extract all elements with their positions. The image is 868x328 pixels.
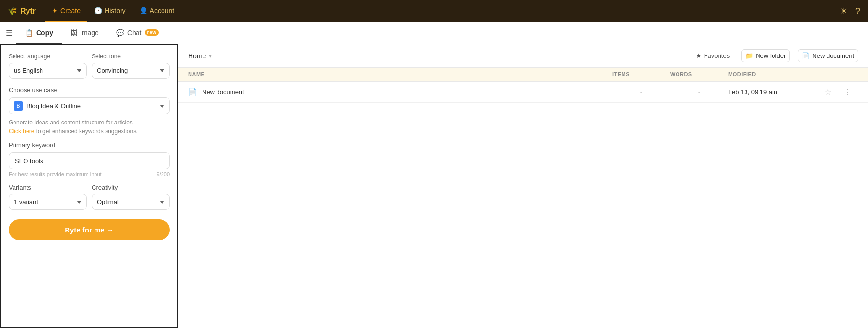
ryte-for-me-button[interactable]: Ryte for me →	[9, 219, 170, 240]
variants-select[interactable]: 1 variant 2 variants 3 variants	[9, 194, 87, 210]
creativity-label: Creativity	[92, 184, 170, 191]
sidebar: Select language us English uk English Fr…	[0, 44, 178, 328]
input-hint-row: For best results provide maximum input 9…	[9, 171, 170, 177]
theme-toggle-button[interactable]: ☀	[840, 6, 848, 16]
doc-modified: Feb 13, 09:19 am	[728, 88, 825, 96]
doc-more-button[interactable]: ⋮	[844, 87, 858, 96]
breadcrumb: Home ▾	[188, 52, 212, 60]
doc-file-icon: 📄	[188, 88, 197, 96]
doc-star-button[interactable]: ☆	[825, 87, 844, 96]
new-folder-label: New folder	[756, 52, 786, 59]
tab-copy[interactable]: 📋 Copy	[16, 22, 62, 44]
tone-label: Select tone	[92, 53, 170, 60]
star-icon: ★	[696, 52, 702, 59]
toolbar-right: ★ Favorites 📁 New folder 📄 New document	[692, 49, 858, 62]
image-icon: 🖼	[70, 29, 77, 37]
use-case-label: Choose use case	[9, 86, 170, 94]
main-layout: Select language us English uk English Fr…	[0, 44, 868, 328]
language-group: Select language us English uk English Fr…	[9, 53, 87, 79]
tab-image[interactable]: 🖼 Image	[62, 22, 108, 44]
chat-badge: new	[145, 29, 159, 36]
folder-icon: 📁	[746, 52, 753, 59]
col-items: ITEMS	[612, 71, 670, 77]
breadcrumb-chevron-icon: ▾	[209, 53, 212, 59]
doc-items: -	[612, 88, 670, 96]
hamburger-menu[interactable]: ☰	[6, 28, 13, 38]
top-nav: 🌾 Rytr ✦ Create 🕐 History 👤 Account ☀ ?	[0, 0, 868, 22]
create-icon: ✦	[52, 7, 58, 14]
language-tone-row: Select language us English uk English Fr…	[9, 53, 170, 79]
nav-create[interactable]: ✦ Create	[45, 0, 87, 22]
account-icon: 👤	[139, 7, 148, 14]
col-words: WORDS	[670, 71, 728, 77]
use-case-description: Generate ideas and content structure for…	[9, 119, 170, 126]
tone-select[interactable]: Convincing Formal Casual Funny Assertive	[92, 63, 170, 79]
col-name: NAME	[188, 71, 612, 77]
doc-name-cell: 📄 New document	[188, 88, 612, 96]
copy-icon: 📋	[25, 29, 33, 37]
new-document-label: New document	[812, 52, 854, 59]
tab-chat[interactable]: 💬 Chat new	[108, 22, 167, 44]
logo[interactable]: 🌾 Rytr	[8, 7, 36, 16]
variants-creativity-row: Variants 1 variant 2 variants 3 variants…	[9, 184, 170, 210]
use-case-icon: B	[14, 101, 23, 111]
variants-group: Variants 1 variant 2 variants 3 variants	[9, 184, 87, 210]
use-case-wrapper: B Blog Idea & Outline Product Descriptio…	[9, 97, 170, 114]
col-modified: MODIFIED	[728, 71, 825, 77]
breadcrumb-home[interactable]: Home	[188, 52, 206, 60]
nav-account[interactable]: 👤 Account	[133, 0, 181, 22]
content-area: Home ▾ ★ Favorites 📁 New folder 📄 New do…	[178, 44, 868, 328]
doc-title[interactable]: New document	[202, 88, 244, 96]
click-here-link[interactable]: Click here	[9, 128, 34, 135]
chat-icon: 💬	[116, 29, 124, 37]
col-star	[825, 71, 844, 77]
primary-keyword-label: Primary keyword	[9, 141, 170, 149]
use-case-select[interactable]: Blog Idea & Outline Product Description …	[9, 97, 170, 114]
new-folder-button[interactable]: 📁 New folder	[741, 49, 790, 62]
secondary-nav: ☰ 📋 Copy 🖼 Image 💬 Chat new	[0, 22, 868, 44]
col-more	[844, 71, 858, 77]
help-button[interactable]: ?	[855, 6, 860, 16]
favorites-label: Favorites	[704, 52, 730, 59]
creativity-select[interactable]: Optimal Low Medium High Max	[92, 194, 170, 210]
variants-label: Variants	[9, 184, 87, 191]
document-icon: 📄	[802, 52, 810, 59]
favorites-button[interactable]: ★ Favorites	[692, 50, 733, 62]
language-label: Select language	[9, 53, 87, 60]
content-toolbar: Home ▾ ★ Favorites 📁 New folder 📄 New do…	[178, 44, 868, 68]
keyword-hint-row: Click here to get enhanced keywords sugg…	[9, 128, 170, 135]
creativity-group: Creativity Optimal Low Medium High Max	[92, 184, 170, 210]
table-header: NAME ITEMS WORDS MODIFIED	[178, 68, 868, 82]
doc-words: -	[670, 88, 728, 96]
input-count: 9/200	[156, 171, 170, 177]
logo-icon: 🌾	[8, 7, 17, 16]
nav-history[interactable]: 🕐 History	[87, 0, 133, 22]
new-document-button[interactable]: 📄 New document	[798, 49, 858, 62]
document-table: NAME ITEMS WORDS MODIFIED 📄 New document…	[178, 68, 868, 328]
logo-text: Rytr	[20, 7, 36, 15]
keyword-input[interactable]	[9, 152, 170, 169]
click-here-suffix: to get enhanced keywords suggestions.	[36, 128, 138, 135]
input-hint-text: For best results provide maximum input	[9, 171, 102, 177]
tone-group: Select tone Convincing Formal Casual Fun…	[92, 53, 170, 79]
ryte-btn-label: Ryte for me →	[65, 226, 114, 234]
history-icon: 🕐	[94, 7, 102, 14]
table-row: 📄 New document - - Feb 13, 09:19 am ☆ ⋮	[178, 82, 868, 103]
nav-right: ☀ ?	[840, 6, 860, 16]
language-select[interactable]: us English uk English French Spanish Ger…	[9, 63, 87, 79]
